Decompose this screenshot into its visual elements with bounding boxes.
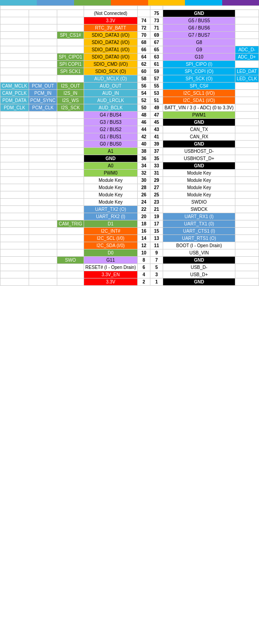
top-pin-cell: 25 [150, 191, 163, 199]
tab-sdio[interactable] [148, 0, 185, 5]
func-right-cell: USB_D+ [163, 271, 235, 278]
header-bottom-pin [138, 6, 150, 10]
bottom-pin-cell: 44 [138, 126, 150, 133]
spi0-cell [235, 249, 259, 257]
header-top-pin [150, 6, 163, 10]
top-pin-cell: 17 [150, 220, 163, 228]
top-pin-cell: 11 [150, 242, 163, 249]
bottom-pin-cell: 58 [138, 75, 150, 83]
gpio-cell: I2S_OUT [57, 83, 84, 90]
top-pin-cell: 35 [150, 155, 163, 162]
gpio-cell [57, 126, 84, 133]
bottom-pin-cell: 22 [138, 206, 150, 213]
top-pin-cell: 75 [150, 10, 163, 17]
func-left-cell: G0 / BUS0 [84, 141, 137, 148]
top-pin-cell: 61 [150, 61, 163, 68]
audio-cell [0, 10, 29, 17]
func-right-cell: UART_RX1 (I) [163, 213, 235, 220]
uart-cell [29, 17, 57, 24]
audio-cell [0, 177, 29, 184]
spi0-cell [235, 104, 259, 112]
audio-cell [0, 242, 29, 249]
tab-spi0[interactable] [185, 0, 222, 5]
func-right-cell: USB_D- [163, 264, 235, 271]
top-pin-cell: 47 [150, 112, 163, 119]
func-right-cell: GND [163, 162, 235, 170]
tab-dedicated[interactable] [222, 0, 259, 5]
spi0-cell [235, 206, 259, 213]
bottom-pin-cell: 12 [138, 242, 150, 249]
func-right-cell: I2C_SDA1 (I/O) [163, 97, 235, 104]
table-row: 3.3V_EN43USB_D+ [0, 271, 259, 278]
table-row: SDIO_DATA1 (I/O)6665G9ADC_D-CA [0, 46, 259, 54]
spi0-cell [235, 90, 259, 97]
tab-gpio[interactable] [74, 0, 111, 5]
func-right-cell: GND [163, 141, 235, 148]
bottom-pin-cell: 8 [138, 257, 150, 264]
gpio-cell [57, 213, 84, 220]
spi0-cell: LED_DAT [235, 68, 259, 75]
bottom-pin-cell: 54 [138, 90, 150, 97]
bottom-pin-cell: 66 [138, 46, 150, 54]
bottom-pin-cell: 32 [138, 170, 150, 177]
top-pin-cell: 29 [150, 177, 163, 184]
func-right-cell: GND [163, 278, 235, 286]
func-left-cell: SDIO_DATA1 (I/O) [84, 46, 137, 54]
table-row: I2C_SCL (I/0)1413UART_RTS1 (O) [0, 235, 259, 242]
audio-cell [0, 32, 29, 39]
table-row: CAM_TRIGD11817UART_TX1 (0) [0, 220, 259, 228]
uart-cell [29, 206, 57, 213]
audio-cell [0, 162, 29, 170]
audio-cell [0, 155, 29, 162]
top-pin-cell: 39 [150, 141, 163, 148]
func-left-cell: AUD_LRCLK [84, 97, 137, 104]
audio-cell [0, 249, 29, 257]
func-right-cell: USBHOST_D+ [163, 155, 235, 162]
bottom-pin-cell: 72 [138, 24, 150, 32]
func-left-cell: UART_TX2 (O) [84, 206, 137, 213]
top-pin-cell: 23 [150, 199, 163, 206]
func-left-cell: AUD_BCLK [84, 104, 137, 112]
gpio-cell [57, 119, 84, 126]
table-row: RESET# (I - Open Drain)65USB_D- [0, 264, 259, 271]
uart-cell [29, 184, 57, 191]
top-pin-cell: 21 [150, 206, 163, 213]
uart-cell: PCM_IN [29, 90, 57, 97]
spi0-cell [235, 24, 259, 32]
bottom-pin-cell: 70 [138, 32, 150, 39]
uart-cell [29, 242, 57, 249]
bottom-pin-cell: 20 [138, 213, 150, 220]
func-left-cell: 3.3V [84, 278, 137, 286]
top-pin-cell: 67 [150, 39, 163, 46]
func-right-cell: UART_TX1 (0) [163, 220, 235, 228]
func-right-cell: SWDCK [163, 206, 235, 213]
table-row: PDM_CLKPCM_CLKI2S_SCKAUD_BCLK5049BATT_VI… [0, 104, 259, 112]
func-right-cell: CAN_TX [163, 126, 235, 133]
table-row: G1 / BUS14241CAN_RX [0, 133, 259, 141]
gpio-cell [57, 271, 84, 278]
spi0-cell: ADC_D+ [235, 54, 259, 61]
audio-cell: CAM_MCLK [0, 83, 29, 90]
tab-i2c[interactable] [111, 0, 148, 5]
table-row: PDM_DATAPCM_SYNCI2S_WSAUD_LRCLK5251I2C_S… [0, 97, 259, 104]
gpio-cell [57, 75, 84, 83]
uart-cell [29, 46, 57, 54]
func-right-cell: BATT_VIN / 3 (I - ADC) (0 to 3.3V) [163, 104, 235, 112]
tab-audio[interactable] [0, 0, 37, 5]
uart-cell [29, 126, 57, 133]
uart-cell: PCM_CLK [29, 104, 57, 112]
spi0-cell [235, 220, 259, 228]
audio-cell [0, 184, 29, 191]
func-right-cell: G6 / BUS6 [163, 24, 235, 32]
func-left-cell: G11 [84, 257, 137, 264]
audio-cell [0, 24, 29, 32]
table-row: Module Key2625Module Key [0, 191, 259, 199]
spi0-cell [235, 213, 259, 220]
tab-uart[interactable] [37, 0, 74, 5]
table-row: GND3635USBHOST_D+ [0, 155, 259, 162]
top-pin-cell: 43 [150, 126, 163, 133]
uart-cell [29, 177, 57, 184]
gpio-cell [57, 39, 84, 46]
bottom-pin-cell: 34 [138, 162, 150, 170]
func-left-cell: A0 [84, 162, 137, 170]
